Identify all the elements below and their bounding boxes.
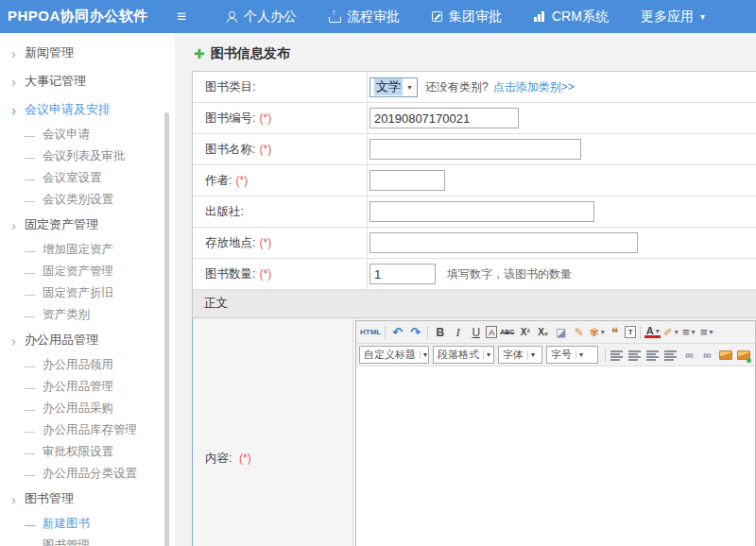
html-source-button[interactable]: HTML (360, 323, 381, 341)
sidebar-item-book-mgmt[interactable]: 图书管理 (0, 485, 175, 513)
field-label: 图书名称: (205, 142, 255, 158)
sidebar-item-new-book[interactable]: 新建图书 (0, 513, 175, 535)
align-center-icon[interactable] (627, 346, 644, 364)
required-marker: (*) (259, 111, 271, 125)
sidebar-item-office-supplies-mgmt[interactable]: 办公用品管理 (0, 326, 175, 354)
nav-item-label: 流程审批 (347, 9, 400, 26)
sidebar-item-fixed-asset-manage[interactable]: 固定资产管理 (0, 261, 175, 282)
hamburger-menu-icon[interactable]: ≡ (163, 8, 200, 26)
form-row-location: 存放地点: (*) (193, 228, 756, 259)
bold-icon[interactable]: B (432, 323, 448, 341)
paragraph-format-select[interactable]: 段落格式 (433, 346, 494, 364)
nav-item-label: 个人办公 (244, 9, 297, 26)
sidebar-item-meeting-room-settings[interactable]: 会议室设置 (0, 167, 175, 189)
remove-format-eraser-icon[interactable]: ◪ (553, 323, 569, 341)
align-right-icon[interactable] (645, 346, 662, 364)
sidebar-item-supplies-inventory[interactable]: 办公用品库存管理 (0, 419, 175, 441)
custom-heading-select[interactable]: 自定义标题 (359, 346, 429, 364)
link-icon[interactable]: ∞ (681, 346, 697, 364)
editor-content-area[interactable] (356, 367, 755, 546)
sidebar-scrollbar[interactable] (164, 112, 169, 546)
book-category-select[interactable]: 文学 (369, 77, 418, 97)
nav-item-label: 更多应用 (641, 9, 694, 26)
sidebar-item-supplies-requisition[interactable]: 办公用品领用 (0, 354, 175, 376)
sidebar-item-add-fixed-asset[interactable]: 增加固定资产 (0, 239, 175, 261)
author-input[interactable] (369, 170, 445, 191)
sidebar-item-approval-permission-settings[interactable]: 审批权限设置 (0, 441, 175, 463)
user-icon (226, 11, 237, 23)
superscript-icon[interactable]: X² (517, 323, 533, 341)
strikethrough-icon[interactable]: ABC (499, 323, 515, 341)
publisher-input[interactable] (369, 201, 594, 222)
nav-item-personal-office[interactable]: 个人办公 (210, 9, 313, 26)
book-number-input[interactable] (369, 108, 519, 128)
book-quantity-input[interactable] (369, 264, 436, 284)
field-label: 作者: (205, 173, 232, 189)
char-border-icon[interactable]: A (486, 326, 497, 338)
field-label: 出版社: (205, 204, 244, 220)
highlight-color-icon[interactable]: ✐ (662, 323, 679, 341)
unlink-icon[interactable]: ∞ (699, 346, 715, 364)
sidebar-item-news-mgmt[interactable]: 新闻管理 (0, 39, 175, 67)
form-row-author: 作者: (*) (193, 165, 756, 196)
subscript-icon[interactable]: X₂ (535, 323, 551, 341)
undo-icon[interactable]: ↶ (389, 323, 405, 341)
align-justify-icon[interactable] (663, 346, 679, 364)
app-logo: PHPOA协同办公软件 (0, 8, 163, 26)
nav-item-group-approval[interactable]: 集团审批 (416, 9, 518, 26)
font-family-select[interactable]: 字体 (498, 346, 542, 364)
unordered-list-icon[interactable]: ≡ (698, 323, 714, 341)
redo-icon[interactable]: ↷ (407, 323, 423, 341)
paste-plain-text-icon[interactable]: T (625, 326, 636, 338)
sidebar-item-meeting-request[interactable]: 会议申请及安排 (0, 95, 175, 124)
sidebar-item-meeting-list-approval[interactable]: 会议列表及审批 (0, 145, 175, 167)
sidebar-item-fixed-asset-mgmt[interactable]: 固定资产管理 (0, 211, 175, 239)
form-row-quantity: 图书数量: (*) 填写数字，该图书的数量 (193, 259, 756, 290)
sidebar-item-memorabilia-mgmt[interactable]: 大事记管理 (0, 67, 175, 95)
upload-image-icon[interactable] (735, 346, 751, 364)
font-color-icon[interactable]: A (644, 326, 661, 338)
sidebar-item-meeting-category-settings[interactable]: 会议类别设置 (0, 189, 175, 211)
nav-item-crm-system[interactable]: CRM系统 (518, 9, 625, 26)
field-label: 内容: (205, 452, 232, 465)
sidebar-item-book-manage[interactable]: 图书管理 (0, 535, 175, 546)
italic-icon[interactable]: I (450, 323, 466, 341)
sidebar-item-supplies-manage[interactable]: 办公用品管理 (0, 376, 175, 398)
sidebar-item-meeting-apply[interactable]: 会议申请 (0, 124, 175, 145)
blockquote-icon[interactable]: ❝ (607, 323, 623, 341)
font-size-select[interactable]: 字号 (546, 346, 598, 364)
bar-chart-icon (534, 11, 545, 22)
field-label: 图书数量: (205, 266, 255, 282)
page-title: ✚ 图书信息发布 (194, 45, 756, 62)
sidebar: 新闻管理 大事记管理 会议申请及安排 会议申请 会议列表及审批 会议室设置 会议… (0, 33, 175, 546)
topbar: PHPOA协同办公软件 ≡ 个人办公 流程审批 集团审批 CRM系统 更多应用 … (0, 0, 756, 33)
storage-location-input[interactable] (369, 232, 638, 253)
sidebar-item-supplies-purchase[interactable]: 办公用品采购 (0, 398, 175, 419)
ordered-list-icon[interactable]: ≡ (680, 323, 696, 341)
sidebar-item-fixed-asset-depreciation[interactable]: 固定资产折旧 (0, 282, 175, 304)
required-marker: (*) (259, 267, 271, 281)
nav-item-label: 集团审批 (449, 9, 502, 26)
form-row-category: 图书类目: 文学 还没有类别? 点击添加类别>> (193, 72, 756, 103)
color-palette-icon[interactable]: ✾ (589, 323, 605, 341)
field-label: 存放地点: (205, 235, 255, 251)
group-approval-icon (432, 11, 442, 22)
quantity-hint: 填写数字，该图书的数量 (447, 266, 572, 282)
form-row-book-name: 图书名称: (*) (193, 134, 756, 165)
underline-icon[interactable]: U (468, 323, 484, 341)
format-brush-icon[interactable]: ✎ (571, 323, 587, 341)
book-name-input[interactable] (369, 139, 581, 160)
sidebar-item-asset-category[interactable]: 资产类别 (0, 304, 175, 326)
nav-item-label: CRM系统 (552, 9, 609, 26)
add-category-link[interactable]: 点击添加类别>> (493, 79, 575, 95)
book-form: 图书类目: 文学 还没有类别? 点击添加类别>> 图书编号: (*) 图书名称:… (192, 71, 756, 546)
required-marker: (*) (259, 143, 271, 156)
align-left-icon[interactable] (610, 346, 626, 364)
section-header-body: 正文 (193, 290, 756, 318)
caret-down-icon: ▾ (700, 11, 705, 22)
nav-item-flow-approval[interactable]: 流程审批 (313, 9, 416, 26)
editor-toolbar-row1: HTML ↶ ↷ B I U A ABC X² X₂ ◪ ✎ (356, 321, 755, 344)
sidebar-item-supplies-classification[interactable]: 办公用品分类设置 (0, 463, 175, 485)
insert-image-icon[interactable] (717, 346, 733, 364)
nav-item-more-apps[interactable]: 更多应用 ▾ (625, 9, 721, 26)
